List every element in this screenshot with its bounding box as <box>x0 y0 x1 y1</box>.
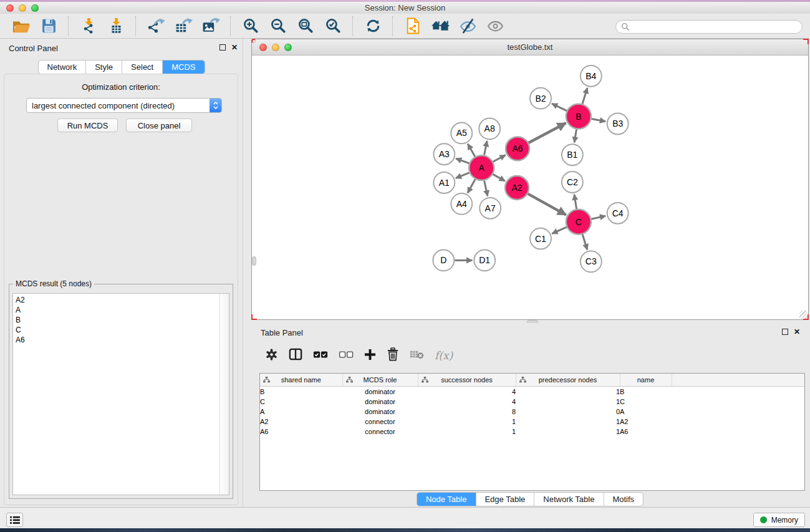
list-item[interactable]: A2 <box>16 295 229 305</box>
graph-edge-C-C1[interactable] <box>552 227 566 233</box>
delete-table-button[interactable] <box>410 349 424 362</box>
run-mcds-button[interactable]: Run MCDS <box>57 118 118 132</box>
control-panel: Control Panel ✕ Network Style Select MCD… <box>0 39 243 507</box>
zoom-selected-button[interactable] <box>322 16 344 37</box>
table-toolbar: f(x) <box>251 343 809 368</box>
show-graphics-details-button[interactable] <box>485 16 506 37</box>
node-table[interactable]: shared name MCDS role successor nodes <box>259 373 805 491</box>
add-column-button[interactable] <box>364 349 376 363</box>
network-canvas[interactable]: ABCA2A6A1A3A4A5A7A8B1B2B3B4C1C2C3C4DD1 <box>253 56 808 319</box>
graph-edge-A2-C[interactable] <box>528 194 566 215</box>
graph-edge-A-A7[interactable] <box>485 181 488 196</box>
graph-edge-A6-B[interactable] <box>529 123 566 143</box>
export-network-button[interactable] <box>145 16 166 37</box>
graph-node-label-A7: A7 <box>485 203 496 213</box>
table-row[interactable]: A2connector11A2 <box>260 417 804 427</box>
column-header-successor-nodes[interactable]: successor nodes <box>418 374 516 387</box>
network-window-titlebar[interactable]: testGlobe.txt <box>252 39 808 56</box>
close-table-panel-icon[interactable]: ✕ <box>794 329 800 335</box>
save-session-button[interactable] <box>38 16 59 37</box>
delete-columns-button[interactable] <box>387 347 399 364</box>
graph-edge-C-C2[interactable] <box>574 195 577 209</box>
select-all-rows-button[interactable] <box>313 350 328 361</box>
graph-edge-A-A1[interactable] <box>456 173 470 178</box>
table-row[interactable]: Adominator80A <box>260 407 804 417</box>
hide-graphics-details-button[interactable] <box>457 16 478 37</box>
zoom-out-button[interactable] <box>268 16 289 37</box>
network-resize-grip[interactable] <box>799 311 808 319</box>
graph-edge-B-B4[interactable] <box>582 88 587 104</box>
refresh-view-button[interactable] <box>362 16 383 37</box>
table-row[interactable]: A6connector11A6 <box>260 427 804 437</box>
memory-label: Memory <box>771 516 798 525</box>
import-network-button[interactable] <box>78 16 99 37</box>
list-item[interactable]: C <box>16 325 229 335</box>
result-list-scrollbar[interactable] <box>219 294 229 495</box>
tab-select[interactable]: Select <box>122 60 163 74</box>
mcds-result-list[interactable]: A2ABCA6 <box>12 293 229 495</box>
eye-icon <box>487 17 504 34</box>
tab-motifs[interactable]: Motifs <box>604 493 643 506</box>
export-table-button[interactable] <box>173 16 194 37</box>
apply-function-button[interactable]: f(x) <box>435 349 453 362</box>
import-network-icon <box>80 17 97 34</box>
graph-edge-C-C4[interactable] <box>591 216 605 219</box>
houses-icon <box>431 17 450 34</box>
float-panel-icon[interactable] <box>219 44 226 51</box>
column-header-predecessor-nodes[interactable]: predecessor nodes <box>516 374 620 387</box>
network-zoom-traffic-light[interactable] <box>284 44 292 51</box>
graph-edge-A-A4[interactable] <box>468 179 475 193</box>
tab-edge-table[interactable]: Edge Table <box>476 493 534 506</box>
list-item[interactable]: A <box>16 305 229 315</box>
graph-edge-A-A3[interactable] <box>456 158 469 163</box>
column-visibility-button[interactable] <box>289 348 302 363</box>
graph-edge-B-B2[interactable] <box>552 104 567 110</box>
export-image-button[interactable] <box>200 16 221 37</box>
float-table-panel-icon[interactable] <box>782 329 788 335</box>
mcds-result-items: A2ABCA6 <box>13 294 229 345</box>
column-header-name[interactable]: name <box>620 374 672 387</box>
table-row[interactable]: Cdominator41C <box>260 397 804 407</box>
zoom-fit-icon <box>297 17 314 34</box>
save-floppy-icon <box>41 17 57 34</box>
graph-edge-A-A2[interactable] <box>493 174 504 181</box>
network-minimize-traffic-light[interactable] <box>272 44 279 51</box>
list-item[interactable]: A6 <box>16 335 229 345</box>
column-header-mcds-role[interactable]: MCDS role <box>342 374 418 387</box>
show-task-history-button[interactable] <box>6 513 23 527</box>
zoom-fit-button[interactable] <box>295 16 316 37</box>
tab-network[interactable]: Network <box>38 60 86 74</box>
graph-edge-A-A8[interactable] <box>484 141 487 155</box>
zoom-in-button[interactable] <box>240 16 261 37</box>
table-options-button[interactable] <box>265 348 278 364</box>
column-header-shared-name[interactable]: shared name <box>260 374 342 387</box>
tab-network-table[interactable]: Network Table <box>534 493 604 506</box>
tab-style[interactable]: Style <box>86 60 122 74</box>
graph-edge-A-A5[interactable] <box>468 144 475 157</box>
close-panel-button[interactable]: Close panel <box>126 118 192 132</box>
memory-button[interactable]: Memory <box>753 513 805 527</box>
network-vertical-scrollbar-thumb[interactable] <box>252 256 256 266</box>
network-close-traffic-light[interactable] <box>259 44 267 51</box>
graph-edge-B-B3[interactable] <box>591 118 605 121</box>
graph-edge-C-C3[interactable] <box>582 235 587 250</box>
first-neighbors-button[interactable] <box>430 16 451 37</box>
tab-mcds[interactable]: MCDS <box>163 60 204 74</box>
close-panel-icon[interactable]: ✕ <box>231 44 238 51</box>
new-network-from-selection-button[interactable] <box>402 16 423 37</box>
table-row[interactable]: Bdominator41B <box>260 387 804 397</box>
deselect-all-rows-button[interactable] <box>339 350 354 361</box>
tab-node-table[interactable]: Node Table <box>417 493 476 506</box>
column-header-filler <box>672 374 804 387</box>
open-session-button[interactable] <box>11 16 32 37</box>
search-input[interactable] <box>615 20 803 34</box>
graph-edge-B-B1[interactable] <box>574 129 576 142</box>
import-table-button[interactable] <box>105 16 127 37</box>
export-table-icon <box>175 17 193 34</box>
list-item[interactable]: B <box>16 315 229 325</box>
graph-edge-A-A6[interactable] <box>493 155 506 162</box>
optimization-criterion-dropdown[interactable]: largest connected component (directed) <box>26 98 222 113</box>
columns-icon <box>289 348 302 360</box>
eye-slash-icon <box>460 17 476 34</box>
main-titlebar[interactable]: Session: New Session <box>0 2 810 14</box>
